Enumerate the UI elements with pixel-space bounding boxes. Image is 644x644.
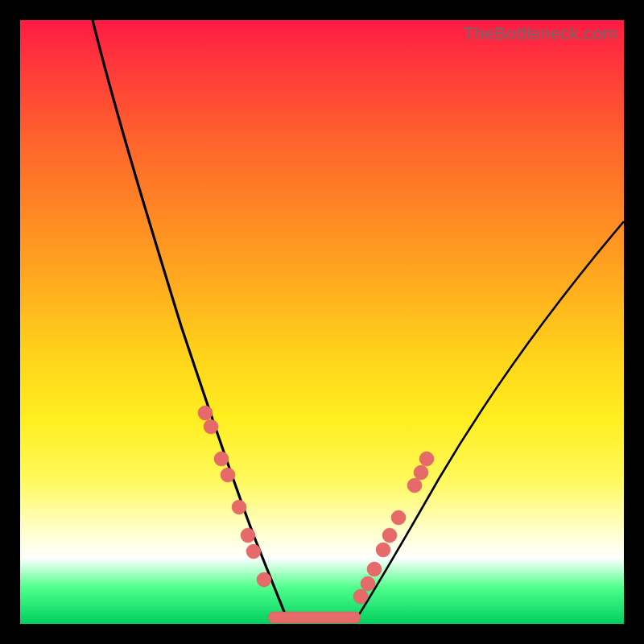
marker-dot bbox=[198, 406, 213, 420]
marker-dot bbox=[221, 468, 235, 482]
plot-area: TheBottleneck.com bbox=[20, 20, 624, 624]
floor-marker-band bbox=[268, 612, 361, 623]
marker-dot bbox=[204, 419, 218, 434]
chart-frame: TheBottleneck.com bbox=[0, 0, 644, 644]
marker-dot bbox=[419, 452, 434, 466]
curve-left bbox=[93, 20, 286, 616]
marker-dot bbox=[414, 465, 428, 480]
marker-dot bbox=[246, 544, 261, 559]
marker-dot bbox=[361, 576, 375, 591]
marker-dot bbox=[214, 452, 229, 466]
marker-dot bbox=[353, 589, 368, 604]
marker-dot bbox=[382, 528, 397, 543]
marker-dot bbox=[407, 478, 422, 493]
marker-dot bbox=[241, 528, 255, 543]
marker-dot bbox=[257, 572, 271, 587]
marker-dot bbox=[391, 510, 406, 525]
marker-dot bbox=[367, 562, 382, 576]
curve-layer bbox=[20, 20, 624, 624]
marker-dot bbox=[232, 500, 246, 514]
marker-dot bbox=[376, 543, 390, 557]
curve-right bbox=[358, 221, 624, 616]
